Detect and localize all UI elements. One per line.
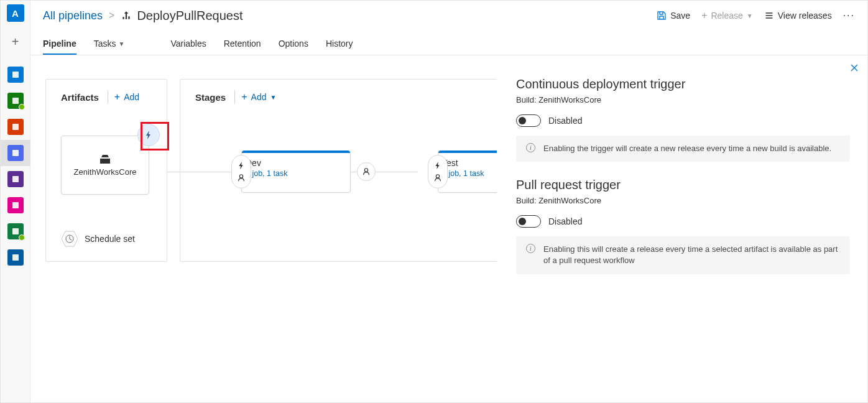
stage-predeploy-button[interactable]: [428, 155, 448, 188]
pr-info-box: i Enabling this will create a release ev…: [516, 236, 850, 274]
cd-trigger-state: Disabled: [548, 116, 582, 126]
svg-point-2: [239, 175, 242, 178]
schedule-icon: [61, 231, 78, 246]
cd-trigger-title: Continuous deployment trigger: [516, 77, 850, 91]
schedule-row[interactable]: Schedule set: [61, 231, 135, 246]
list-icon: [764, 11, 774, 21]
chevron-down-icon: ▼: [747, 12, 753, 19]
schedule-label: Schedule set: [85, 234, 135, 244]
info-icon: i: [526, 143, 535, 152]
nav-item-overview[interactable]: [1, 62, 30, 88]
left-nav: A +: [1, 1, 30, 402]
deploy-icon: [121, 10, 132, 21]
pr-trigger-title: Pull request trigger: [516, 178, 850, 192]
pr-trigger-subtitle: Build: ZenithWorksCore: [516, 196, 850, 205]
tab-variables[interactable]: Variables: [170, 39, 206, 55]
stage-tasks-link[interactable]: 1 job, 1 task: [246, 169, 344, 178]
person-icon: [362, 167, 371, 176]
stage-predeploy-button[interactable]: [231, 155, 251, 188]
project-avatar[interactable]: A: [7, 4, 24, 22]
pr-trigger-toggle[interactable]: [516, 215, 541, 228]
save-icon: [657, 11, 667, 21]
breadcrumb-title: DeployPullRequest: [121, 9, 242, 23]
tab-tasks[interactable]: Tasks▼: [94, 39, 125, 55]
lightning-icon: [237, 161, 246, 170]
artifacts-add-button[interactable]: + Add: [114, 91, 139, 103]
connector-line: [180, 172, 231, 172]
cd-trigger-button[interactable]: [137, 124, 160, 146]
svg-point-3: [364, 169, 367, 172]
nav-item-repos[interactable]: [1, 114, 30, 140]
person-icon: [433, 174, 442, 182]
breadcrumb-title-text: DeployPullRequest: [137, 9, 242, 23]
stage-card-dev[interactable]: Dev 1 job, 1 task: [241, 151, 351, 193]
connector-line: [343, 172, 418, 172]
close-icon: [850, 63, 859, 72]
plus-icon: +: [114, 91, 120, 103]
connector-line: [167, 172, 180, 172]
chevron-down-icon: ▼: [118, 40, 124, 47]
stages-title: Stages: [195, 92, 226, 103]
tab-options[interactable]: Options: [279, 39, 308, 55]
lightning-icon: [144, 130, 154, 140]
stage-postapproval-button[interactable]: [357, 162, 376, 181]
breadcrumb-sep: >: [109, 10, 114, 21]
svg-point-4: [436, 175, 439, 178]
stage-name: Dev: [246, 158, 344, 168]
tabs: Pipeline Tasks▼ Variables Retention Opti…: [30, 30, 867, 55]
nav-item-pipelines[interactable]: [1, 140, 30, 166]
nav-item-artifacts[interactable]: [1, 192, 30, 218]
trigger-side-panel: Continuous deployment trigger Build: Zen…: [497, 56, 867, 402]
cd-info-box: i Enabling the trigger will create a new…: [516, 136, 850, 162]
plus-icon: +: [701, 10, 707, 21]
info-icon: i: [526, 244, 535, 253]
artifact-card[interactable]: ZenithWorksCore: [61, 136, 149, 195]
artifacts-panel: Artifacts + Add ZenithWorksCore: [45, 79, 167, 262]
tab-history[interactable]: History: [326, 39, 353, 55]
tab-pipeline[interactable]: Pipeline: [43, 39, 76, 55]
release-button[interactable]: + Release ▼: [701, 10, 753, 21]
person-icon: [237, 174, 246, 182]
cd-trigger-subtitle: Build: ZenithWorksCore: [516, 95, 850, 104]
close-button[interactable]: [850, 63, 859, 72]
view-releases-button[interactable]: View releases: [764, 11, 832, 21]
nav-new-icon[interactable]: +: [1, 30, 30, 53]
tab-retention[interactable]: Retention: [224, 39, 261, 55]
save-button[interactable]: Save: [657, 11, 690, 21]
build-source-icon: [99, 154, 111, 165]
nav-item-boards[interactable]: [1, 88, 30, 114]
top-bar: All pipelines > DeployPullRequest Save +…: [30, 1, 867, 30]
more-actions-button[interactable]: ···: [843, 10, 855, 21]
artifacts-title: Artifacts: [61, 92, 99, 103]
divider: [234, 91, 235, 103]
breadcrumb-root[interactable]: All pipelines: [43, 9, 103, 22]
lightning-icon: [433, 161, 442, 170]
stages-add-button[interactable]: + Add ▼: [241, 91, 276, 103]
nav-item-testplans[interactable]: [1, 166, 30, 192]
pr-trigger-state: Disabled: [548, 216, 582, 226]
nav-item-other[interactable]: [1, 244, 30, 271]
divider: [108, 91, 108, 103]
nav-item-shield[interactable]: [1, 218, 30, 244]
cd-trigger-toggle[interactable]: [516, 114, 541, 127]
plus-icon: +: [241, 91, 247, 103]
chevron-down-icon: ▼: [270, 94, 276, 101]
artifact-name: ZenithWorksCore: [74, 167, 137, 177]
